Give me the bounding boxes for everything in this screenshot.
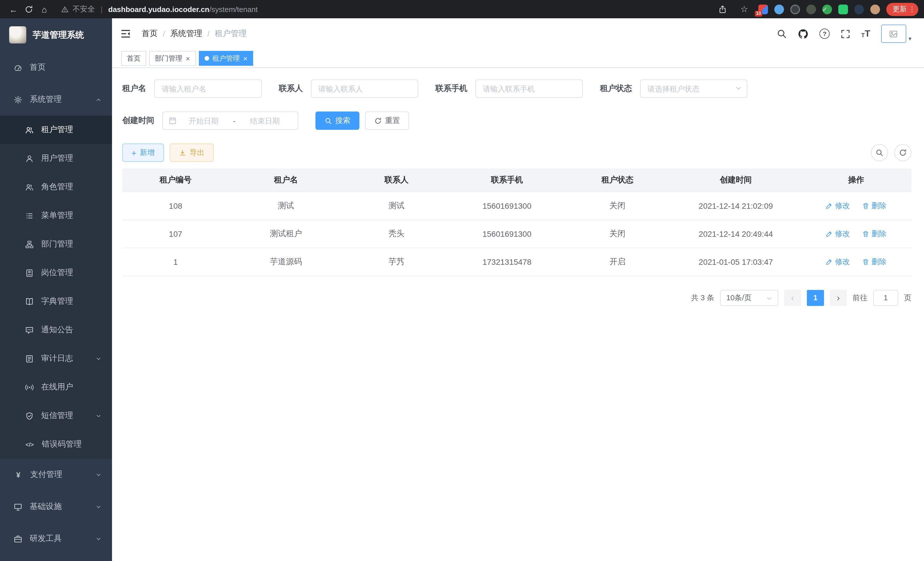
bookmark-star-icon[interactable]: ☆: [736, 2, 752, 17]
contact-input[interactable]: [311, 80, 418, 98]
delete-link[interactable]: 删除: [862, 200, 886, 211]
breadcrumb-current: 租户管理: [215, 29, 247, 39]
page-size-select[interactable]: 10条/页: [720, 290, 778, 306]
sidebar-item-dict[interactable]: 字典管理: [0, 287, 112, 316]
calendar-icon: [169, 117, 177, 125]
sidebar-item-post[interactable]: 岗位管理: [0, 259, 112, 287]
sidebar-fold-icon[interactable]: [120, 28, 131, 39]
extension-icon-2[interactable]: [774, 4, 784, 14]
browser-update-button[interactable]: 更新 ⋮: [886, 3, 918, 16]
sidebar-item-infra[interactable]: 基础设施: [0, 491, 112, 523]
browser-home-button[interactable]: ⌂: [37, 2, 52, 17]
sidebar-item-menu[interactable]: 菜单管理: [0, 201, 112, 230]
breadcrumb-home[interactable]: 首页: [142, 29, 158, 39]
field-label: 联系人: [279, 83, 303, 94]
trash-icon: [862, 258, 869, 265]
tab-tenant[interactable]: 租户管理 ×: [199, 51, 253, 66]
cell-actions: 修改 删除: [801, 248, 911, 276]
sidebar-item-sms[interactable]: 短信管理: [0, 402, 112, 430]
delete-link[interactable]: 删除: [862, 229, 886, 239]
sidebar-item-system[interactable]: 系统管理: [0, 83, 112, 116]
close-icon[interactable]: ×: [243, 55, 248, 62]
breadcrumb-system[interactable]: 系统管理: [170, 29, 202, 39]
sidebar-item-error-code[interactable]: </> 错误码管理: [0, 430, 112, 459]
extension-icon-5[interactable]: ✓: [822, 4, 832, 14]
message-icon: [25, 326, 34, 334]
edit-link[interactable]: 修改: [826, 256, 850, 267]
address-bar[interactable]: 不安全 | dashboard.yudao.iocoder.cn/system/…: [61, 4, 709, 14]
status-select-input[interactable]: [640, 80, 747, 98]
search-button[interactable]: 搜索: [315, 111, 359, 130]
date-range-picker[interactable]: -: [162, 111, 298, 130]
add-button[interactable]: + 新增: [122, 144, 164, 162]
sidebar-item-dept[interactable]: 部门管理: [0, 230, 112, 259]
sidebar-item-label: 研发工具: [30, 534, 62, 544]
filter-mobile: 联系手机: [435, 80, 583, 98]
extension-badge: 10: [755, 11, 762, 16]
chevron-down-icon: [95, 472, 102, 478]
profile-avatar[interactable]: [870, 4, 880, 14]
export-button[interactable]: 导出: [170, 144, 214, 162]
cell-created: 2021-12-14 20:49:44: [670, 220, 801, 248]
page-unit-label: 页: [904, 293, 911, 303]
edit-link[interactable]: 修改: [826, 200, 850, 211]
next-page-button[interactable]: ›: [830, 290, 847, 306]
extension-icon-6[interactable]: [838, 4, 848, 14]
refresh-table-button[interactable]: [894, 144, 911, 161]
chevron-down-icon: [766, 295, 772, 302]
date-start-input[interactable]: [177, 116, 231, 125]
gear-icon: [14, 95, 22, 104]
github-icon[interactable]: [798, 28, 808, 39]
org-tree-icon: [25, 240, 34, 248]
briefcase-icon: [14, 534, 22, 543]
sidebar-item-label: 系统管理: [30, 94, 62, 105]
cell-tenant-id: 108: [122, 192, 229, 220]
sidebar-item-home[interactable]: 首页: [0, 51, 112, 83]
header-search-icon[interactable]: [777, 29, 787, 39]
url-path: /system/tenant: [209, 5, 258, 14]
code-icon: </>: [25, 441, 34, 447]
prev-page-button[interactable]: ‹: [784, 290, 801, 306]
extension-icon-3[interactable]: [790, 4, 800, 14]
tenant-name-input[interactable]: [154, 80, 262, 98]
help-icon[interactable]: ?: [819, 29, 830, 39]
extension-icon-7[interactable]: [854, 4, 864, 14]
filter-status: 租户状态: [600, 80, 747, 98]
sidebar-item-tenant[interactable]: 租户管理: [0, 116, 112, 144]
cell-status: 关闭: [564, 192, 671, 220]
font-size-icon[interactable]: TT: [861, 29, 870, 38]
extension-icon-1[interactable]: 10: [758, 4, 768, 14]
fullscreen-icon[interactable]: [841, 29, 850, 39]
sidebar-item-notice[interactable]: 通知公告: [0, 316, 112, 344]
status-select[interactable]: [640, 80, 747, 98]
sidebar-item-audit-log[interactable]: 审计日志: [0, 344, 112, 373]
user-avatar-dropdown[interactable]: ▾: [881, 25, 911, 43]
broken-image-icon: [890, 29, 898, 38]
main-area: 首页 / 系统管理 / 租户管理 ? TT ▾: [112, 18, 924, 561]
browser-back-button[interactable]: ←: [6, 2, 21, 17]
sidebar-item-user[interactable]: 用户管理: [0, 144, 112, 173]
page-number-1[interactable]: 1: [807, 290, 824, 306]
tab-home[interactable]: 首页: [121, 51, 146, 66]
edit-link[interactable]: 修改: [826, 229, 850, 239]
tab-dept[interactable]: 部门管理 ×: [149, 51, 196, 66]
download-icon: [179, 149, 186, 156]
sidebar-item-role[interactable]: 角色管理: [0, 173, 112, 201]
sidebar-item-devtools[interactable]: 研发工具: [0, 523, 112, 555]
monitor-icon: [14, 502, 22, 511]
sidebar-item-online-user[interactable]: 在线用户: [0, 373, 112, 402]
mobile-input[interactable]: [476, 80, 583, 98]
sidebar-logo[interactable]: 芋道管理系统: [0, 18, 112, 51]
reset-button[interactable]: 重置: [365, 111, 409, 130]
toggle-search-button[interactable]: [871, 144, 888, 161]
goto-page-input[interactable]: [873, 290, 898, 306]
browser-refresh-button[interactable]: [21, 2, 37, 17]
col-mobile: 联系手机: [450, 169, 564, 192]
sidebar-item-payment[interactable]: ¥ 支付管理: [0, 459, 112, 491]
delete-link[interactable]: 删除: [862, 256, 886, 267]
chevron-down-icon: [95, 535, 102, 542]
share-icon[interactable]: [715, 2, 730, 17]
date-end-input[interactable]: [238, 116, 292, 125]
extension-icon-4[interactable]: [806, 4, 816, 14]
close-icon[interactable]: ×: [186, 55, 190, 62]
